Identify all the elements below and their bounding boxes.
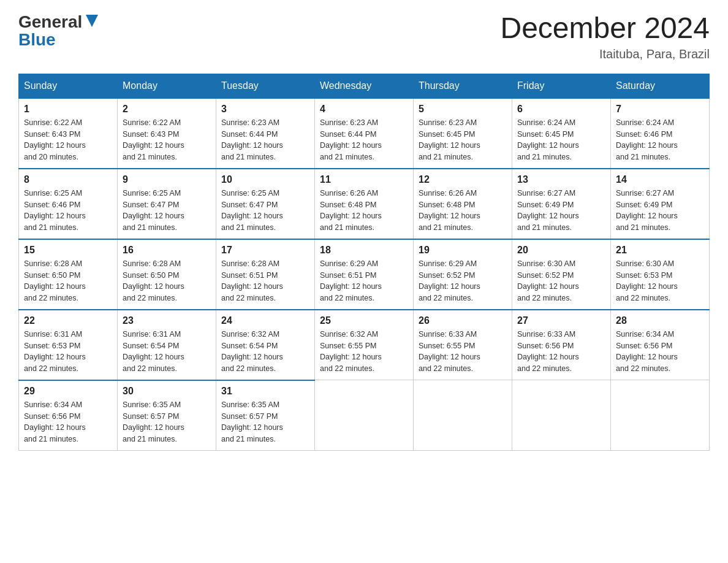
column-header-saturday: Saturday (611, 74, 710, 98)
day-number: 8 (24, 174, 112, 185)
calendar-cell: 12 Sunrise: 6:26 AM Sunset: 6:48 PM Dayl… (414, 169, 512, 239)
calendar-cell: 31 Sunrise: 6:35 AM Sunset: 6:57 PM Dayl… (216, 380, 315, 451)
day-number: 28 (616, 315, 704, 326)
month-title: December 2024 (500, 12, 710, 45)
calendar-cell: 14 Sunrise: 6:27 AM Sunset: 6:49 PM Dayl… (611, 169, 710, 239)
column-header-wednesday: Wednesday (315, 74, 414, 98)
day-info: Sunrise: 6:29 AM Sunset: 6:51 PM Dayligh… (320, 258, 408, 304)
day-number: 22 (24, 315, 112, 326)
calendar-header-row: SundayMondayTuesdayWednesdayThursdayFrid… (19, 74, 710, 98)
day-info: Sunrise: 6:28 AM Sunset: 6:50 PM Dayligh… (123, 258, 211, 304)
logo-blue-text: Blue (18, 30, 56, 49)
day-number: 25 (320, 315, 408, 326)
day-number: 1 (24, 104, 112, 115)
day-info: Sunrise: 6:33 AM Sunset: 6:56 PM Dayligh… (517, 329, 605, 375)
calendar-cell: 11 Sunrise: 6:26 AM Sunset: 6:48 PM Dayl… (315, 169, 414, 239)
day-info: Sunrise: 6:31 AM Sunset: 6:53 PM Dayligh… (24, 329, 112, 375)
calendar-table: SundayMondayTuesdayWednesdayThursdayFrid… (18, 74, 710, 451)
day-info: Sunrise: 6:35 AM Sunset: 6:57 PM Dayligh… (221, 399, 309, 445)
calendar-cell: 10 Sunrise: 6:25 AM Sunset: 6:47 PM Dayl… (216, 169, 315, 239)
calendar-cell: 23 Sunrise: 6:31 AM Sunset: 6:54 PM Dayl… (118, 310, 216, 380)
day-number: 5 (419, 104, 507, 115)
day-info: Sunrise: 6:25 AM Sunset: 6:47 PM Dayligh… (221, 188, 309, 234)
day-info: Sunrise: 6:34 AM Sunset: 6:56 PM Dayligh… (24, 399, 112, 445)
day-info: Sunrise: 6:25 AM Sunset: 6:46 PM Dayligh… (24, 188, 112, 234)
logo-general-text: General (18, 13, 82, 31)
day-number: 31 (221, 386, 309, 397)
day-info: Sunrise: 6:29 AM Sunset: 6:52 PM Dayligh… (419, 258, 507, 304)
calendar-cell: 3 Sunrise: 6:23 AM Sunset: 6:44 PM Dayli… (216, 98, 315, 169)
day-info: Sunrise: 6:33 AM Sunset: 6:55 PM Dayligh… (419, 329, 507, 375)
column-header-thursday: Thursday (414, 74, 512, 98)
day-info: Sunrise: 6:26 AM Sunset: 6:48 PM Dayligh… (419, 188, 507, 234)
calendar-cell (414, 380, 512, 451)
calendar-cell: 24 Sunrise: 6:32 AM Sunset: 6:54 PM Dayl… (216, 310, 315, 380)
day-number: 26 (419, 315, 507, 326)
day-number: 29 (24, 386, 112, 397)
calendar-week-row: 15 Sunrise: 6:28 AM Sunset: 6:50 PM Dayl… (19, 239, 710, 310)
calendar-cell: 4 Sunrise: 6:23 AM Sunset: 6:44 PM Dayli… (315, 98, 414, 169)
day-info: Sunrise: 6:32 AM Sunset: 6:55 PM Dayligh… (320, 329, 408, 375)
day-number: 15 (24, 245, 112, 256)
day-number: 3 (221, 104, 309, 115)
calendar-cell: 26 Sunrise: 6:33 AM Sunset: 6:55 PM Dayl… (414, 310, 512, 380)
day-number: 18 (320, 245, 408, 256)
day-info: Sunrise: 6:34 AM Sunset: 6:56 PM Dayligh… (616, 329, 704, 375)
day-info: Sunrise: 6:23 AM Sunset: 6:44 PM Dayligh… (320, 117, 408, 163)
column-header-friday: Friday (512, 74, 611, 98)
day-number: 24 (221, 315, 309, 326)
day-info: Sunrise: 6:26 AM Sunset: 6:48 PM Dayligh… (320, 188, 408, 234)
calendar-cell: 6 Sunrise: 6:24 AM Sunset: 6:45 PM Dayli… (512, 98, 611, 169)
day-info: Sunrise: 6:24 AM Sunset: 6:45 PM Dayligh… (517, 117, 605, 163)
calendar-cell: 1 Sunrise: 6:22 AM Sunset: 6:43 PM Dayli… (19, 98, 118, 169)
day-number: 17 (221, 245, 309, 256)
day-info: Sunrise: 6:31 AM Sunset: 6:54 PM Dayligh… (123, 329, 211, 375)
calendar-cell: 25 Sunrise: 6:32 AM Sunset: 6:55 PM Dayl… (315, 310, 414, 380)
day-info: Sunrise: 6:30 AM Sunset: 6:52 PM Dayligh… (517, 258, 605, 304)
svg-marker-0 (86, 15, 98, 27)
calendar-cell: 29 Sunrise: 6:34 AM Sunset: 6:56 PM Dayl… (19, 380, 118, 451)
location-subtitle: Itaituba, Para, Brazil (500, 47, 710, 61)
calendar-cell: 16 Sunrise: 6:28 AM Sunset: 6:50 PM Dayl… (118, 239, 216, 310)
day-number: 19 (419, 245, 507, 256)
day-info: Sunrise: 6:30 AM Sunset: 6:53 PM Dayligh… (616, 258, 704, 304)
day-number: 6 (517, 104, 605, 115)
day-info: Sunrise: 6:28 AM Sunset: 6:50 PM Dayligh… (24, 258, 112, 304)
day-info: Sunrise: 6:35 AM Sunset: 6:57 PM Dayligh… (123, 399, 211, 445)
calendar-week-row: 8 Sunrise: 6:25 AM Sunset: 6:46 PM Dayli… (19, 169, 710, 239)
calendar-cell: 20 Sunrise: 6:30 AM Sunset: 6:52 PM Dayl… (512, 239, 611, 310)
calendar-cell (611, 380, 710, 451)
column-header-tuesday: Tuesday (216, 74, 315, 98)
calendar-cell: 21 Sunrise: 6:30 AM Sunset: 6:53 PM Dayl… (611, 239, 710, 310)
calendar-cell: 22 Sunrise: 6:31 AM Sunset: 6:53 PM Dayl… (19, 310, 118, 380)
day-number: 21 (616, 245, 704, 256)
calendar-week-row: 29 Sunrise: 6:34 AM Sunset: 6:56 PM Dayl… (19, 380, 710, 451)
calendar-cell: 13 Sunrise: 6:27 AM Sunset: 6:49 PM Dayl… (512, 169, 611, 239)
column-header-sunday: Sunday (19, 74, 118, 98)
calendar-week-row: 1 Sunrise: 6:22 AM Sunset: 6:43 PM Dayli… (19, 98, 710, 169)
calendar-cell (512, 380, 611, 451)
calendar-cell: 9 Sunrise: 6:25 AM Sunset: 6:47 PM Dayli… (118, 169, 216, 239)
day-number: 16 (123, 245, 211, 256)
day-info: Sunrise: 6:27 AM Sunset: 6:49 PM Dayligh… (616, 188, 704, 234)
calendar-cell: 18 Sunrise: 6:29 AM Sunset: 6:51 PM Dayl… (315, 239, 414, 310)
title-block: December 2024 Itaituba, Para, Brazil (500, 12, 710, 61)
day-number: 20 (517, 245, 605, 256)
day-number: 23 (123, 315, 211, 326)
calendar-week-row: 22 Sunrise: 6:31 AM Sunset: 6:53 PM Dayl… (19, 310, 710, 380)
logo: General Blue (18, 12, 100, 48)
calendar-cell: 28 Sunrise: 6:34 AM Sunset: 6:56 PM Dayl… (611, 310, 710, 380)
day-number: 11 (320, 174, 408, 185)
calendar-cell: 7 Sunrise: 6:24 AM Sunset: 6:46 PM Dayli… (611, 98, 710, 169)
day-number: 13 (517, 174, 605, 185)
calendar-cell: 8 Sunrise: 6:25 AM Sunset: 6:46 PM Dayli… (19, 169, 118, 239)
day-number: 7 (616, 104, 704, 115)
day-info: Sunrise: 6:24 AM Sunset: 6:46 PM Dayligh… (616, 117, 704, 163)
day-number: 30 (123, 386, 211, 397)
day-info: Sunrise: 6:22 AM Sunset: 6:43 PM Dayligh… (123, 117, 211, 163)
calendar-cell: 27 Sunrise: 6:33 AM Sunset: 6:56 PM Dayl… (512, 310, 611, 380)
day-info: Sunrise: 6:25 AM Sunset: 6:47 PM Dayligh… (123, 188, 211, 234)
logo-triangle-icon (83, 12, 100, 29)
calendar-cell: 2 Sunrise: 6:22 AM Sunset: 6:43 PM Dayli… (118, 98, 216, 169)
column-header-monday: Monday (118, 74, 216, 98)
